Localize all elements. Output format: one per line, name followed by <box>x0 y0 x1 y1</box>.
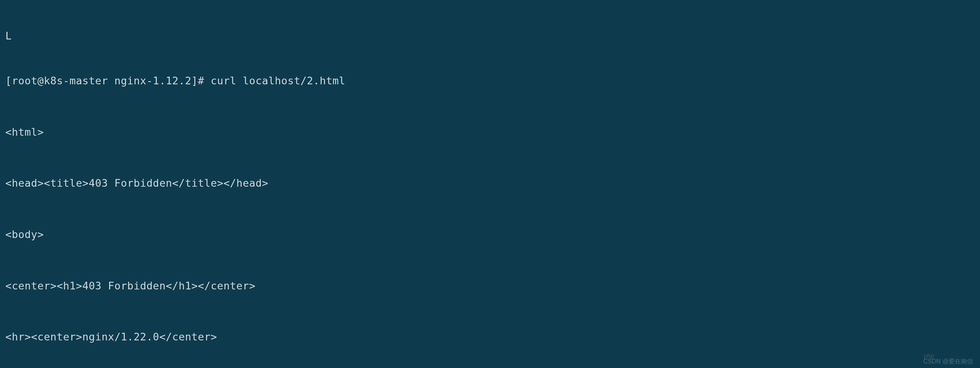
terminal-output-line: <center><h1>403 Forbidden</h1></center> <box>5 278 975 295</box>
terminal-output-line: <body> <box>5 226 975 243</box>
shell-prompt: [root@k8s-master nginx-1.12.2]# <box>5 75 211 87</box>
terminal-output-line: <hr><center>nginx/1.22.0</center> <box>5 329 975 346</box>
terminal-output-line: <html> <box>5 124 975 141</box>
watermark-text: CSDN @爱在南信 <box>923 356 973 366</box>
terminal-line-fragment: L <box>5 34 975 38</box>
terminal-prompt-line: [root@k8s-master nginx-1.12.2]# curl loc… <box>5 72 975 90</box>
terminal-window[interactable]: L [root@k8s-master nginx-1.12.2]# curl l… <box>5 0 975 368</box>
terminal-output-line: <head><title>403 Forbidden</title></head… <box>5 175 975 192</box>
shell-command: curl localhost/2.html <box>211 75 345 87</box>
